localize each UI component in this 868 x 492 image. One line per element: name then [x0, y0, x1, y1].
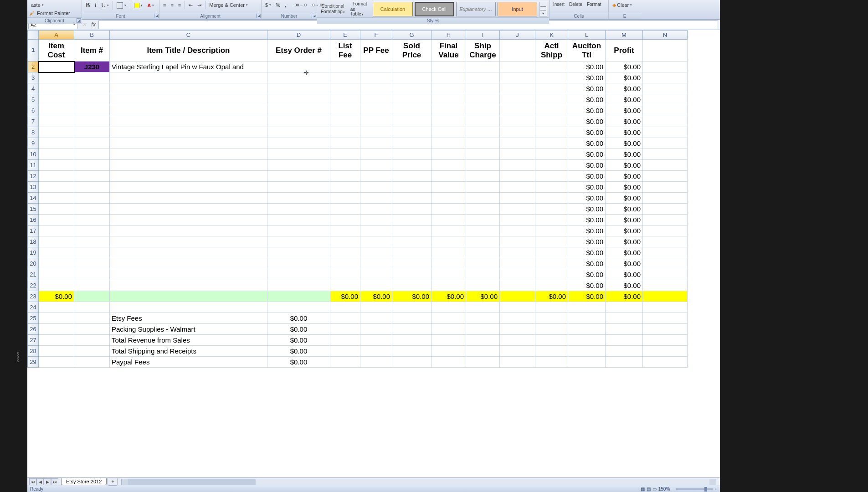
cell-K19[interactable]: [535, 247, 568, 258]
cell-N27[interactable]: [643, 335, 688, 346]
row-header-10[interactable]: 10: [28, 149, 39, 160]
zoom-slider[interactable]: [676, 488, 713, 490]
cell-E16[interactable]: [330, 215, 360, 226]
cell-D8[interactable]: [267, 127, 330, 138]
col-header-B[interactable]: B: [74, 31, 110, 40]
cell-H16[interactable]: [431, 215, 466, 226]
cell-B17[interactable]: [74, 226, 110, 236]
cell-N5[interactable]: [643, 94, 688, 105]
cell-L15[interactable]: $0.00: [568, 204, 606, 215]
row-header-9[interactable]: 9: [28, 138, 39, 149]
cell-E24[interactable]: [330, 302, 360, 313]
cell-F18[interactable]: [360, 236, 392, 247]
cell-H19[interactable]: [431, 247, 466, 258]
cell-G9[interactable]: [392, 138, 431, 149]
cell-C11[interactable]: [110, 160, 267, 171]
cell-C29[interactable]: Paypal Fees: [110, 357, 267, 368]
col-header-F[interactable]: F: [360, 31, 392, 40]
cell-F4[interactable]: [360, 83, 392, 94]
cell-J9[interactable]: [500, 138, 535, 149]
cell-H12[interactable]: [431, 171, 466, 182]
cell-L12[interactable]: $0.00: [568, 171, 606, 182]
cell-H14[interactable]: [431, 193, 466, 204]
cell-I16[interactable]: [466, 215, 500, 226]
col-header-A[interactable]: A: [39, 31, 74, 40]
cell-M3[interactable]: $0.00: [606, 72, 643, 83]
cell-A29[interactable]: [39, 357, 74, 368]
number-dialog-launcher[interactable]: ◢: [312, 14, 316, 18]
cell-I10[interactable]: [466, 149, 500, 160]
cell-A8[interactable]: [39, 127, 74, 138]
cell-I3[interactable]: [466, 72, 500, 83]
col-header-I[interactable]: I: [466, 31, 500, 40]
cell-K29[interactable]: [535, 357, 568, 368]
cell-C28[interactable]: Total Shipping and Receipts: [110, 346, 267, 357]
cell-H28[interactable]: [431, 346, 466, 357]
cell-K16[interactable]: [535, 215, 568, 226]
cell-I15[interactable]: [466, 204, 500, 215]
cell-B27[interactable]: [74, 335, 110, 346]
cell-D15[interactable]: [267, 204, 330, 215]
cell-D23[interactable]: [267, 291, 330, 302]
cell-L5[interactable]: $0.00: [568, 94, 606, 105]
col-header-N[interactable]: N: [643, 31, 688, 40]
view-layout-icon[interactable]: ▤: [647, 487, 651, 492]
cell-G26[interactable]: [392, 324, 431, 335]
cell-N18[interactable]: [643, 236, 688, 247]
align-top-button[interactable]: ≡: [161, 1, 168, 9]
cell-K3[interactable]: [535, 72, 568, 83]
cell-N7[interactable]: [643, 116, 688, 127]
row-header-2[interactable]: 2: [28, 62, 39, 72]
cell-M15[interactable]: $0.00: [606, 204, 643, 215]
tab-nav-prev-icon[interactable]: ◀: [36, 478, 44, 485]
cell-L13[interactable]: $0.00: [568, 182, 606, 193]
fx-button[interactable]: fx: [89, 20, 98, 29]
header-cell-E[interactable]: List Fee: [330, 40, 360, 62]
hscroll-right-icon[interactable]: [709, 479, 716, 485]
tab-nav-buttons[interactable]: ⏮ ◀ ▶ ⏭: [27, 478, 60, 485]
cell-B26[interactable]: [74, 324, 110, 335]
cell-M29[interactable]: [606, 357, 643, 368]
cell-H7[interactable]: [431, 116, 466, 127]
cell-B3[interactable]: [74, 72, 110, 83]
cell-G22[interactable]: [392, 280, 431, 291]
cell-D16[interactable]: [267, 215, 330, 226]
style-check-cell[interactable]: Check Cell: [415, 2, 454, 16]
cell-L3[interactable]: $0.00: [568, 72, 606, 83]
cell-N28[interactable]: [643, 346, 688, 357]
cell-M12[interactable]: $0.00: [606, 171, 643, 182]
col-header-M[interactable]: M: [606, 31, 643, 40]
cell-I23[interactable]: $0.00: [466, 291, 500, 302]
cell-K28[interactable]: [535, 346, 568, 357]
cell-E6[interactable]: [330, 105, 360, 116]
increase-decimal-button[interactable]: .00→.0: [292, 1, 308, 9]
cell-E20[interactable]: [330, 258, 360, 269]
cell-K13[interactable]: [535, 182, 568, 193]
cell-L8[interactable]: $0.00: [568, 127, 606, 138]
alignment-dialog-launcher[interactable]: ◢: [256, 14, 261, 18]
col-header-D[interactable]: D: [267, 31, 330, 40]
cell-M11[interactable]: $0.00: [606, 160, 643, 171]
cell-G20[interactable]: [392, 258, 431, 269]
cell-C12[interactable]: [110, 171, 267, 182]
cell-J16[interactable]: [500, 215, 535, 226]
cell-D28[interactable]: $0.00: [267, 346, 330, 357]
currency-button[interactable]: $▾: [263, 1, 273, 9]
row-header-27[interactable]: 27: [28, 335, 39, 346]
cell-D5[interactable]: [267, 94, 330, 105]
col-header-H[interactable]: H: [431, 31, 466, 40]
cell-H5[interactable]: [431, 94, 466, 105]
row-header-18[interactable]: 18: [28, 236, 39, 247]
cell-I25[interactable]: [466, 313, 500, 324]
cell-F16[interactable]: [360, 215, 392, 226]
cell-N22[interactable]: [643, 280, 688, 291]
cell-L27[interactable]: [568, 335, 606, 346]
col-header-G[interactable]: G: [392, 31, 431, 40]
format-painter-button[interactable]: Format Painter: [35, 9, 72, 17]
cell-J8[interactable]: [500, 127, 535, 138]
cell-L21[interactable]: $0.00: [568, 269, 606, 280]
cell-B7[interactable]: [74, 116, 110, 127]
cell-A26[interactable]: [39, 324, 74, 335]
cell-G25[interactable]: [392, 313, 431, 324]
cell-J7[interactable]: [500, 116, 535, 127]
